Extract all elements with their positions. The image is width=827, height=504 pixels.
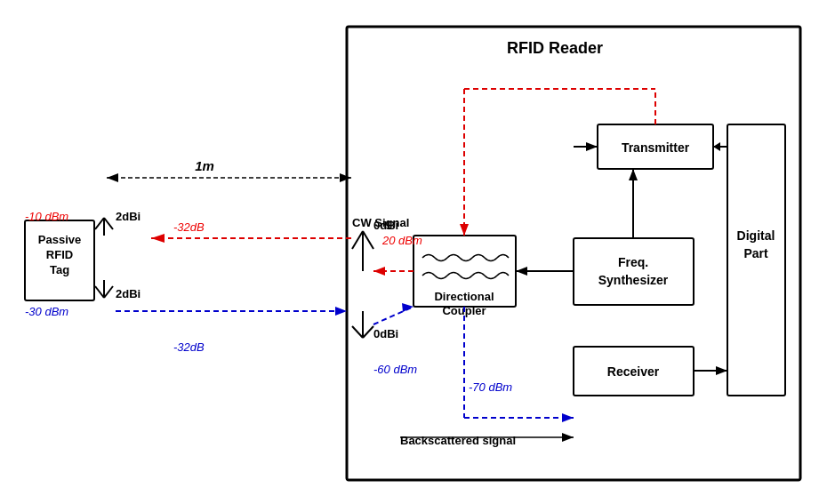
digital-part-label-1: Digital bbox=[737, 228, 775, 243]
tag-label-1: Passive bbox=[38, 233, 81, 246]
rx-path-loss: -32dB bbox=[173, 340, 205, 354]
svg-rect-3 bbox=[574, 238, 694, 305]
cw-power-label: 20 dBm bbox=[381, 234, 422, 247]
svg-marker-12 bbox=[373, 267, 385, 276]
svg-line-20 bbox=[104, 218, 113, 229]
svg-line-26 bbox=[104, 286, 113, 298]
tx-path-loss: -32dB bbox=[173, 220, 205, 234]
svg-marker-33 bbox=[402, 303, 414, 312]
digital-part-label-2: Part bbox=[743, 246, 768, 260]
svg-marker-46 bbox=[716, 366, 727, 375]
svg-marker-48 bbox=[586, 142, 598, 151]
reader-ant-rx-gain: 0dBi bbox=[373, 327, 398, 340]
svg-line-15 bbox=[363, 231, 373, 249]
diagram-container: RFID Reader Passive RFID Tag Transmitter… bbox=[0, 0, 827, 504]
svg-marker-38 bbox=[562, 433, 574, 442]
distance-label: 1m bbox=[195, 158, 214, 173]
receiver-input-power: -70 dBm bbox=[469, 380, 512, 394]
tag-ant-tx-gain: 2dBi bbox=[116, 210, 141, 223]
svg-line-19 bbox=[95, 218, 104, 229]
svg-marker-44 bbox=[713, 142, 720, 151]
transmitter-label: Transmitter bbox=[622, 140, 690, 155]
freq-syn-label-1: Freq. bbox=[618, 255, 648, 269]
freq-syn-label-2: Synthesizer bbox=[598, 273, 669, 287]
tag-label-2: RFID bbox=[46, 248, 73, 261]
svg-marker-28 bbox=[335, 307, 347, 316]
tag-tx-power: -30 dBm bbox=[25, 305, 68, 318]
svg-marker-40 bbox=[629, 169, 638, 180]
receiver-label: Receiver bbox=[607, 364, 660, 379]
backscattered-label: Backscattered signal bbox=[400, 434, 516, 447]
svg-marker-17 bbox=[151, 234, 165, 243]
tag-ant-rx-gain: 2dBi bbox=[116, 287, 141, 300]
rfid-reader-title: RFID Reader bbox=[507, 39, 603, 57]
reader-input-power: -60 dBm bbox=[373, 363, 417, 376]
svg-line-30 bbox=[352, 326, 363, 338]
dir-coupler-label-1: Directional bbox=[434, 290, 494, 303]
tag-label-3: Tag bbox=[50, 263, 69, 276]
svg-marker-36 bbox=[562, 413, 574, 422]
svg-marker-42 bbox=[516, 267, 527, 276]
reader-ant-gain-tx: 0dBi bbox=[373, 219, 398, 232]
svg-marker-22 bbox=[107, 173, 118, 182]
tag-rx-power: -10 dBm bbox=[25, 210, 68, 223]
svg-line-14 bbox=[352, 231, 363, 249]
svg-marker-10 bbox=[460, 224, 469, 236]
svg-line-31 bbox=[363, 326, 373, 338]
svg-line-25 bbox=[95, 286, 104, 298]
